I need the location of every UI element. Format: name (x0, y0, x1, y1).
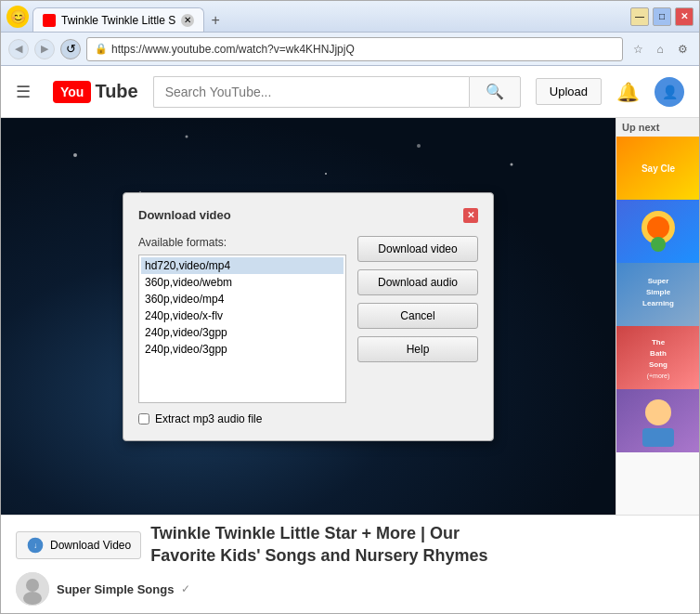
svg-text:Bath: Bath (650, 349, 667, 358)
search-area: 🔍 (153, 76, 521, 108)
dialog-body: Available formats: hd720,video/mp4 360p,… (138, 236, 478, 425)
dialog-title: Download video (138, 208, 231, 222)
youtube-logo-icon: You (53, 81, 91, 103)
svg-point-30 (23, 592, 42, 605)
active-tab[interactable]: Twinkle Twinkle Little S ✕ (32, 7, 204, 32)
svg-rect-25 (642, 428, 674, 447)
info-row: ↓ Download Video Twinkle Twinkle Little … (16, 523, 684, 567)
download-dialog: Download video ✕ Available formats: hd72… (123, 192, 494, 441)
download-icon: ↓ (26, 536, 45, 555)
sidebar: Up next Say Cle (616, 118, 699, 515)
up-next-label: Up next (616, 118, 699, 137)
youtube-logo[interactable]: You Tube (53, 81, 138, 103)
forward-button[interactable]: ▶ (34, 39, 55, 59)
video-title: Twinkle Twinkle Little Star + More | Our… (150, 523, 487, 567)
help-button[interactable]: Help (357, 336, 478, 362)
extract-mp3-row: Extract mp3 audio file (138, 412, 346, 425)
home-icon[interactable]: ⌂ (651, 40, 669, 59)
svg-point-12 (647, 216, 669, 239)
svg-rect-18 (616, 326, 699, 389)
sidebar-thumb-4[interactable]: The Bath Song (+more) (616, 326, 699, 389)
dialog-close-button[interactable]: ✕ (463, 208, 478, 223)
formats-label: Available formats: (138, 236, 346, 249)
svg-text:Simple: Simple (646, 288, 671, 296)
video-area[interactable]: Download video ✕ Available formats: hd72… (1, 118, 616, 515)
avatar[interactable]: 👤 (655, 77, 684, 107)
url-text: https://www.youtube.com/watch?v=wk4KHNJj… (111, 43, 615, 56)
youtube-header: ☰ You Tube 🔍 Upload 🔔 👤 (1, 66, 699, 118)
format-item-2[interactable]: 360p,video/mp4 (141, 291, 344, 307)
close-button[interactable]: ✕ (675, 7, 694, 26)
svg-text:Say Cle: Say Cle (642, 163, 676, 174)
sidebar-thumb-3[interactable]: Super Simple Learning (616, 263, 699, 326)
extensions-icon[interactable]: ⚙ (673, 40, 692, 59)
tab-favicon (43, 14, 56, 27)
back-button[interactable]: ◀ (8, 39, 29, 59)
format-item-0[interactable]: hd720,video/mp4 (141, 257, 344, 274)
thumb-svg-4: The Bath Song (+more) (616, 326, 699, 389)
bookmark-icon[interactable]: ☆ (629, 40, 647, 59)
maximize-button[interactable]: □ (653, 7, 671, 26)
channel-avatar-img (16, 572, 49, 606)
download-video-button[interactable]: Download video (357, 236, 478, 262)
upload-button[interactable]: Upload (536, 78, 602, 105)
minimize-button[interactable]: — (630, 7, 649, 26)
refresh-button[interactable]: ↺ (60, 39, 81, 59)
search-input[interactable] (153, 76, 469, 108)
svg-point-13 (651, 237, 666, 252)
thumb-svg-3: Super Simple Learning (616, 263, 699, 326)
dialog-left: Available formats: hd720,video/mp4 360p,… (138, 236, 346, 425)
download-audio-button[interactable]: Download audio (357, 269, 478, 295)
dialog-overlay: Download video ✕ Available formats: hd72… (1, 118, 616, 515)
svg-text:Song: Song (649, 360, 668, 369)
search-button[interactable]: 🔍 (469, 76, 521, 108)
thumb-svg-5 (616, 389, 699, 452)
video-title-block: Twinkle Twinkle Little Star + More | Our… (150, 523, 487, 567)
channel-avatar[interactable] (16, 572, 49, 606)
title-bar: 😊 Twinkle Twinkle Little S ✕ + — □ ✕ (1, 1, 699, 33)
menu-icon[interactable]: ☰ (16, 82, 31, 102)
format-item-1[interactable]: 360p,video/webm (141, 274, 344, 291)
format-item-4[interactable]: 240p,video/3gpp (141, 324, 344, 341)
svg-text:The: The (652, 338, 666, 346)
download-video-bar-button[interactable]: ↓ Download Video (16, 531, 141, 559)
verified-icon: ✓ (181, 582, 190, 595)
lock-icon: 🔒 (95, 43, 108, 55)
channel-row: Super Simple Songs ✓ (16, 572, 684, 606)
svg-text:↓: ↓ (33, 541, 37, 550)
address-bar: ◀ ▶ ↺ 🔒 https://www.youtube.com/watch?v=… (1, 33, 699, 66)
thumb-svg-1: Say Cle (616, 137, 699, 200)
youtube-logo-text: Tube (95, 81, 137, 102)
tab-close-button[interactable]: ✕ (181, 14, 194, 27)
channel-name: Super Simple Songs (57, 582, 174, 596)
browser-window: 😊 Twinkle Twinkle Little S ✕ + — □ ✕ ◀ ▶… (0, 0, 700, 614)
format-item-5[interactable]: 240p,video/3gpp (141, 341, 344, 358)
svg-text:Learning: Learning (642, 299, 674, 307)
download-btn-label: Download Video (50, 539, 131, 552)
svg-point-29 (26, 579, 39, 592)
window-controls: — □ ✕ (630, 7, 694, 26)
formats-list[interactable]: hd720,video/mp4 360p,video/webm 360p,vid… (138, 255, 346, 403)
sidebar-thumb-5[interactable] (616, 389, 699, 452)
tab-bar: Twinkle Twinkle Little S ✕ + (32, 1, 623, 32)
tab-title: Twinkle Twinkle Little S (61, 14, 175, 27)
extract-mp3-label: Extract mp3 audio file (155, 412, 262, 425)
dialog-right: Download video Download audio Cancel Hel… (357, 236, 478, 425)
svg-text:Super: Super (648, 277, 669, 285)
info-bar: ↓ Download Video Twinkle Twinkle Little … (1, 515, 699, 613)
sidebar-thumb-2[interactable] (616, 200, 699, 263)
main-content: Download video ✕ Available formats: hd72… (1, 118, 699, 515)
browser-favicon: 😊 (6, 6, 29, 28)
sidebar-thumb-1[interactable]: Say Cle (616, 137, 699, 200)
format-item-3[interactable]: 240p,video/x-flv (141, 307, 344, 324)
header-right: Upload 🔔 👤 (536, 77, 684, 107)
notifications-icon[interactable]: 🔔 (616, 81, 640, 103)
thumb-svg-2 (616, 200, 699, 263)
extract-mp3-checkbox[interactable] (138, 413, 149, 425)
url-bar[interactable]: 🔒 https://www.youtube.com/watch?v=wk4KHN… (86, 37, 623, 61)
new-tab-button[interactable]: + (204, 9, 227, 32)
svg-text:(+more): (+more) (647, 372, 670, 380)
svg-point-24 (645, 399, 671, 425)
cancel-button[interactable]: Cancel (357, 303, 478, 329)
dialog-title-bar: Download video ✕ (138, 208, 478, 223)
